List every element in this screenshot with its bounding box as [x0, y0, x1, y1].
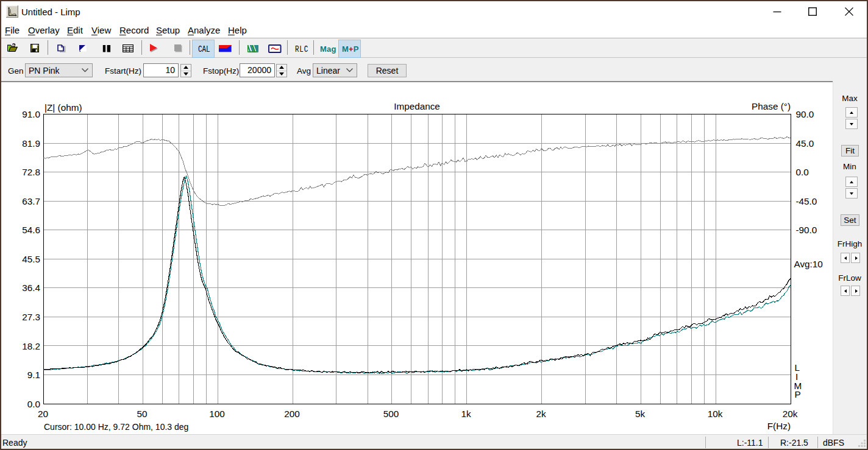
svg-text:63.7: 63.7 [22, 196, 40, 206]
svg-text:-90.0: -90.0 [796, 225, 817, 235]
svg-text:45.5: 45.5 [22, 254, 40, 264]
svg-text:27.3: 27.3 [22, 312, 40, 322]
svg-text:2k: 2k [536, 409, 546, 419]
svg-text:Cursor: 10.00 Hz, 9.72 Ohm, 10: Cursor: 10.00 Hz, 9.72 Ohm, 10.3 deg [44, 422, 188, 432]
svg-text:5k: 5k [635, 409, 646, 419]
svg-text:0.0: 0.0 [27, 399, 40, 409]
svg-text:F(Hz): F(Hz) [767, 421, 791, 431]
svg-text:10k: 10k [708, 409, 723, 419]
svg-text:18.2: 18.2 [22, 341, 40, 351]
svg-text:|Z| (ohm): |Z| (ohm) [44, 102, 82, 113]
svg-text:20: 20 [38, 409, 48, 419]
svg-text:20k: 20k [783, 409, 798, 419]
svg-text:1k: 1k [461, 409, 471, 419]
svg-text:Phase (°): Phase (°) [752, 101, 791, 111]
svg-text:9.1: 9.1 [27, 370, 40, 380]
svg-text:0.0: 0.0 [796, 167, 809, 177]
svg-text:100: 100 [209, 409, 225, 419]
svg-text:36.4: 36.4 [22, 283, 40, 293]
svg-text:-45.0: -45.0 [796, 196, 817, 206]
svg-text:81.9: 81.9 [22, 138, 40, 149]
svg-text:90.0: 90.0 [796, 109, 814, 119]
svg-text:P: P [795, 389, 801, 399]
svg-text:50: 50 [137, 409, 148, 419]
svg-text:500: 500 [383, 409, 399, 419]
svg-text:54.6: 54.6 [22, 225, 40, 235]
svg-text:91.0: 91.0 [22, 109, 40, 119]
svg-text:200: 200 [284, 409, 300, 419]
svg-text:Avg:10: Avg:10 [794, 259, 823, 269]
svg-text:72.8: 72.8 [22, 167, 40, 177]
svg-text:45.0: 45.0 [796, 138, 814, 149]
svg-text:Impedance: Impedance [394, 101, 440, 111]
